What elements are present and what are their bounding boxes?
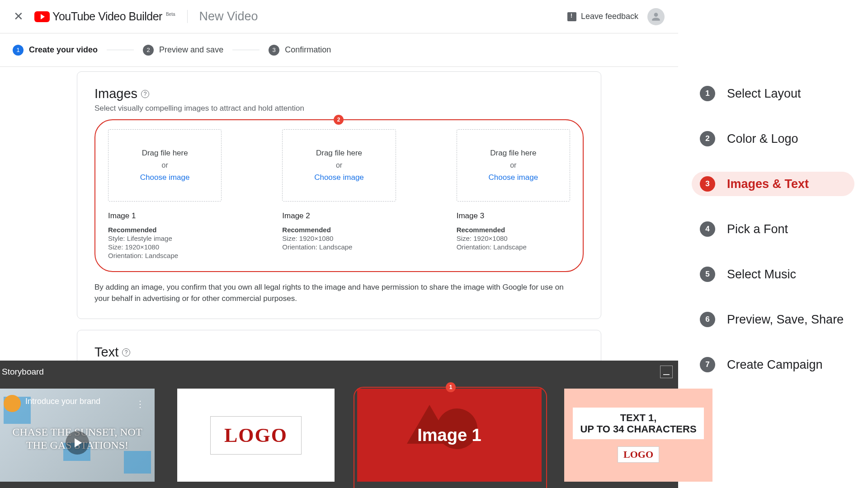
storyboard-frame-text1[interactable]: TEXT 1, UP TO 34 CHARACTERS LOGO — [564, 389, 712, 482]
feedback-label: Leave feedback — [581, 12, 638, 21]
youtube-logo-icon — [34, 11, 50, 22]
checklist-item-layout[interactable]: 1 Select Layout — [692, 81, 854, 106]
text-card: Text ? Enter text that tells an engaging… — [77, 330, 601, 361]
storyboard-frame-intro[interactable]: Introduce your brand ⋮ CHASE THE SUNSET,… — [0, 389, 155, 482]
top-bar: ✕ YouTube Video Builder Beta New Video L… — [0, 0, 678, 33]
images-subtitle: Select visually compelling images to att… — [94, 104, 584, 113]
checklist-item-font[interactable]: 4 Pick a Font — [692, 217, 854, 241]
choose-image-link-3[interactable]: Choose image — [489, 173, 538, 182]
checklist-item-preview[interactable]: 6 Preview, Save, Share — [692, 307, 854, 332]
checklist-item-color-logo[interactable]: 2 Color & Logo — [692, 127, 854, 151]
images-callout: 2 Drag file here or Choose image Image 1… — [94, 119, 584, 272]
logo-placeholder-small: LOGO — [618, 446, 659, 463]
page-title: New Video — [199, 9, 258, 23]
checklist-item-campaign[interactable]: 7 Create Campaign — [692, 352, 854, 377]
images-card: Images ? Select visually compelling imag… — [77, 71, 601, 319]
step-confirmation[interactable]: 3 Confirmation — [269, 45, 331, 56]
minimize-button[interactable] — [660, 366, 673, 378]
callout-badge-2: 2 — [334, 115, 344, 125]
feedback-icon — [567, 12, 576, 21]
storyboard-panel: Storyboard Introduce your brand ⋮ CHASE … — [0, 361, 678, 488]
tutorial-checklist: 1 Select Layout 2 Color & Logo 3 Images … — [692, 81, 854, 377]
step-connector — [107, 50, 134, 50]
image-slot-1: Drag file here or Choose image Image 1 R… — [108, 129, 222, 259]
image-dropzone-3[interactable]: Drag file here or Choose image — [457, 129, 570, 202]
channel-avatar-icon — [4, 395, 21, 412]
brand-text: YouTube Video Builder — [52, 10, 162, 23]
person-icon — [650, 11, 662, 23]
help-icon[interactable]: ? — [141, 90, 149, 98]
checklist-item-images-text[interactable]: 3 Images & Text — [692, 172, 854, 196]
frame-menu-icon[interactable]: ⋮ — [136, 399, 146, 409]
step-preview-save[interactable]: 2 Preview and save — [143, 45, 223, 56]
leave-feedback-button[interactable]: Leave feedback — [567, 12, 638, 21]
storyboard-title: Storyboard — [2, 367, 44, 377]
close-icon[interactable]: ✕ — [14, 9, 24, 23]
step-connector — [232, 50, 259, 50]
images-disclaimer: By adding an image, you confirm that you… — [94, 282, 574, 304]
logo-placeholder: LOGO — [210, 416, 302, 455]
beta-badge: Beta — [166, 12, 175, 17]
image-dropzone-2[interactable]: Drag file here or Choose image — [282, 129, 396, 202]
step-create-video[interactable]: 1 Create your video — [13, 45, 98, 56]
play-icon[interactable] — [66, 431, 89, 455]
image-dropzone-1[interactable]: Drag file here or Choose image — [108, 129, 222, 202]
help-icon[interactable]: ? — [122, 348, 130, 357]
account-avatar[interactable] — [647, 8, 665, 25]
brand[interactable]: YouTube Video Builder Beta — [34, 10, 188, 23]
storyboard-frame-image1[interactable]: Image 1 — [357, 389, 542, 482]
images-title: Images — [94, 86, 137, 101]
image-slot-2: Drag file here or Choose image Image 2 R… — [282, 129, 396, 259]
callout-badge-1: 1 — [446, 382, 456, 392]
image-slot-3: Drag file here or Choose image Image 3 R… — [457, 129, 570, 259]
checklist-item-music[interactable]: 5 Select Music — [692, 262, 854, 286]
wizard-steps: 1 Create your video 2 Preview and save 3… — [0, 33, 678, 67]
choose-image-link-1[interactable]: Choose image — [140, 173, 190, 182]
text-title: Text — [94, 345, 118, 360]
storyboard-frame-logo[interactable]: LOGO — [177, 389, 335, 482]
choose-image-link-2[interactable]: Choose image — [314, 173, 364, 182]
text-placeholder: TEXT 1, UP TO 34 CHARACTERS — [573, 408, 703, 440]
